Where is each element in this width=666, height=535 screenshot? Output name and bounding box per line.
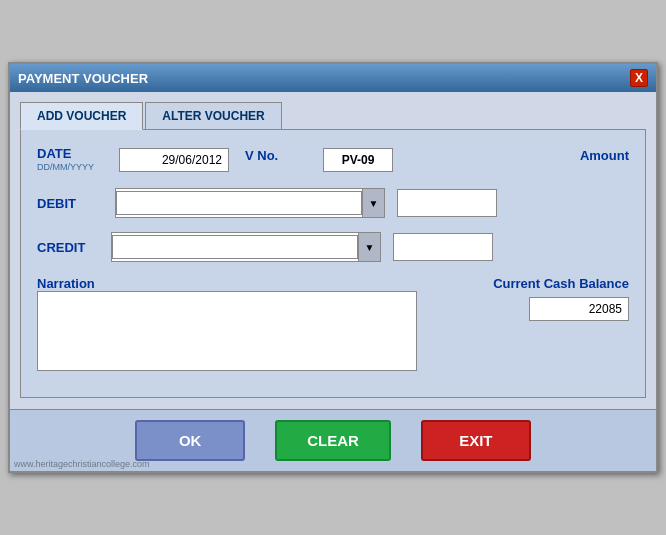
ok-button[interactable]: OK bbox=[135, 420, 245, 461]
tab-bar: ADD VOUCHER ALTER VOUCHER bbox=[20, 102, 646, 130]
header-row: DATE DD/MM/YYYY V No. Amount bbox=[37, 146, 629, 172]
credit-dropdown[interactable]: ▼ bbox=[111, 232, 381, 262]
credit-label: CREDIT bbox=[37, 240, 107, 255]
vno-label: V No. bbox=[245, 148, 315, 163]
narration-label: Narration bbox=[37, 276, 481, 291]
debit-row: DEBIT ▼ bbox=[37, 188, 629, 218]
amount-label: Amount bbox=[580, 148, 629, 163]
tab-add-voucher[interactable]: ADD VOUCHER bbox=[20, 102, 143, 130]
credit-input[interactable] bbox=[112, 235, 358, 259]
balance-label: Current Cash Balance bbox=[493, 276, 629, 291]
debit-dropdown[interactable]: ▼ bbox=[115, 188, 385, 218]
tab-content: DATE DD/MM/YYYY V No. Amount DEBIT ▼ CR bbox=[20, 129, 646, 398]
debit-amount-input[interactable] bbox=[397, 189, 497, 217]
window-title: PAYMENT VOUCHER bbox=[18, 71, 148, 86]
debit-dropdown-arrow[interactable]: ▼ bbox=[362, 189, 384, 217]
tab-alter-voucher[interactable]: ALTER VOUCHER bbox=[145, 102, 281, 130]
watermark: www.heritagechristiancollege.com bbox=[14, 459, 150, 469]
date-input[interactable] bbox=[119, 148, 229, 172]
date-group: DATE DD/MM/YYYY bbox=[37, 146, 107, 172]
vno-input[interactable] bbox=[323, 148, 393, 172]
credit-row: CREDIT ▼ bbox=[37, 232, 629, 262]
exit-button[interactable]: EXIT bbox=[421, 420, 531, 461]
balance-group: Current Cash Balance bbox=[493, 276, 629, 371]
narration-row: Narration Current Cash Balance bbox=[37, 276, 629, 371]
date-label: DATE bbox=[37, 146, 107, 161]
clear-button[interactable]: CLEAR bbox=[275, 420, 391, 461]
credit-amount-input[interactable] bbox=[393, 233, 493, 261]
debit-label: DEBIT bbox=[37, 196, 107, 211]
window-body: ADD VOUCHER ALTER VOUCHER DATE DD/MM/YYY… bbox=[10, 92, 656, 409]
credit-dropdown-arrow[interactable]: ▼ bbox=[358, 233, 380, 261]
button-bar-container: OK CLEAR EXIT www.heritagechristiancolle… bbox=[10, 409, 656, 471]
narration-textarea[interactable] bbox=[37, 291, 417, 371]
payment-voucher-window: PAYMENT VOUCHER X ADD VOUCHER ALTER VOUC… bbox=[8, 62, 658, 473]
title-bar: PAYMENT VOUCHER X bbox=[10, 64, 656, 92]
date-sublabel: DD/MM/YYYY bbox=[37, 162, 107, 172]
close-button[interactable]: X bbox=[630, 69, 648, 87]
narration-group: Narration bbox=[37, 276, 481, 371]
debit-input[interactable] bbox=[116, 191, 362, 215]
balance-input bbox=[529, 297, 629, 321]
